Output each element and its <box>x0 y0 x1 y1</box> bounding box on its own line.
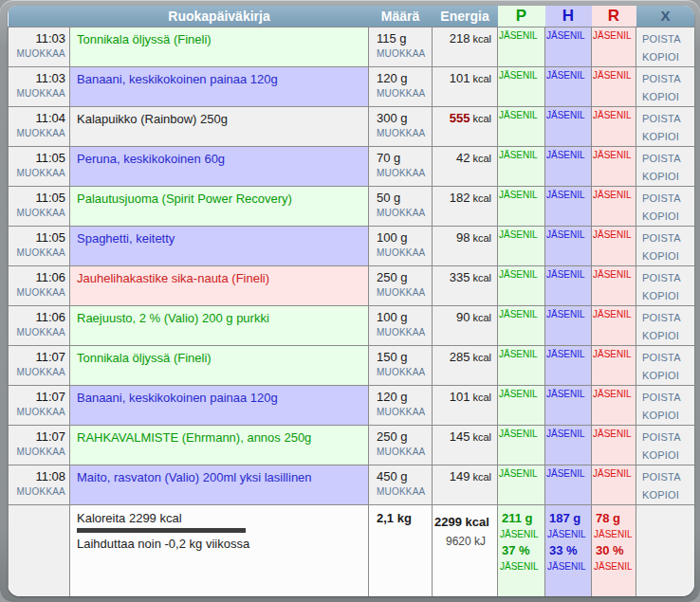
protein-members-link[interactable]: JÄSENIL <box>499 269 544 280</box>
protein-members-link[interactable]: JÄSENIL <box>499 229 544 240</box>
edit-time-link[interactable]: MUOKKAA <box>9 88 65 99</box>
edit-time-link[interactable]: MUOKKAA <box>9 367 65 377</box>
copy-link[interactable]: KOPIOI <box>642 48 694 66</box>
edit-amount-link[interactable]: MUOKKAA <box>377 247 432 258</box>
fat-members-link[interactable]: JÄSENIL <box>593 110 636 120</box>
carbs-members-link[interactable]: JÄSENIL <box>546 150 591 160</box>
fat-members-link[interactable]: JÄSENIL <box>593 269 636 280</box>
protein-members-link[interactable]: JÄSENIL <box>499 349 544 359</box>
edit-time-link[interactable]: MUOKKAA <box>9 128 65 138</box>
edit-amount-link[interactable]: MUOKKAA <box>377 88 432 99</box>
edit-amount-link[interactable]: MUOKKAA <box>377 168 432 178</box>
copy-link[interactable]: KOPIOI <box>642 407 694 425</box>
carbs-members-link[interactable]: JÄSENIL <box>546 110 591 120</box>
delete-link[interactable]: POISTA <box>642 309 694 327</box>
copy-link[interactable]: KOPIOI <box>642 367 694 385</box>
energy-column-header: Energia <box>433 6 498 27</box>
row-actions-cell: POISTAKOPIOI <box>636 146 695 186</box>
edit-time-link[interactable]: MUOKKAA <box>9 247 65 258</box>
delete-link[interactable]: POISTA <box>642 229 694 247</box>
edit-time-link[interactable]: MUOKKAA <box>9 287 65 298</box>
fat-members-link[interactable]: JÄSENIL <box>593 190 636 200</box>
delete-link[interactable]: POISTA <box>642 468 694 486</box>
edit-time-link[interactable]: MUOKKAA <box>9 486 65 497</box>
edit-time-link[interactable]: MUOKKAA <box>9 208 65 218</box>
protein-members-link[interactable]: JÄSENIL <box>499 309 544 319</box>
delete-link[interactable]: POISTA <box>642 349 694 367</box>
copy-link[interactable]: KOPIOI <box>642 287 694 305</box>
food-name: Palautusjuoma (Spirit Power Recovery) <box>70 186 369 226</box>
delete-link[interactable]: POISTA <box>642 429 694 447</box>
edit-amount-link[interactable]: MUOKKAA <box>377 447 432 457</box>
fat-members-link[interactable]: JÄSENIL <box>593 30 636 41</box>
carbs-members-link[interactable]: JÄSENIL <box>546 389 591 399</box>
delete-link[interactable]: POISTA <box>642 150 694 168</box>
protein-members-link[interactable]: JÄSENIL <box>499 429 544 439</box>
delete-link[interactable]: POISTA <box>642 190 694 208</box>
protein-members-link[interactable]: JÄSENIL <box>499 110 544 120</box>
edit-time-link[interactable]: MUOKKAA <box>9 407 65 417</box>
carbs-total-percent: 33 % <box>546 543 591 561</box>
fat-members-link[interactable]: JÄSENIL <box>593 468 636 479</box>
copy-link[interactable]: KOPIOI <box>642 486 694 504</box>
edit-amount-link[interactable]: MUOKKAA <box>377 287 432 298</box>
carbs-members-link[interactable]: JÄSENIL <box>547 529 591 539</box>
edit-time-link[interactable]: MUOKKAA <box>9 168 65 178</box>
fat-members-link[interactable]: JÄSENIL <box>593 389 636 399</box>
protein-members-link[interactable]: JÄSENIL <box>499 70 544 81</box>
carbs-members-link[interactable]: JÄSENIL <box>547 561 591 572</box>
copy-link[interactable]: KOPIOI <box>642 327 694 345</box>
delete-link[interactable]: POISTA <box>642 30 694 48</box>
protein-members-link[interactable]: JÄSENIL <box>499 150 544 160</box>
rcol-cell: JÄSENIL <box>592 465 636 504</box>
edit-amount-link[interactable]: MUOKKAA <box>377 486 432 497</box>
protein-members-link[interactable]: JÄSENIL <box>499 30 544 41</box>
edit-amount-link[interactable]: MUOKKAA <box>377 367 432 377</box>
edit-amount-link[interactable]: MUOKKAA <box>377 48 432 59</box>
protein-members-link[interactable]: JÄSENIL <box>499 389 544 399</box>
delete-link[interactable]: POISTA <box>642 269 694 287</box>
protein-members-link[interactable]: JÄSENIL <box>499 468 544 479</box>
edit-amount-link[interactable]: MUOKKAA <box>377 407 432 417</box>
delete-link[interactable]: POISTA <box>642 110 694 128</box>
edit-amount-link[interactable]: MUOKKAA <box>377 327 432 337</box>
energy-value: 555 <box>450 111 470 125</box>
fat-members-link[interactable]: JÄSENIL <box>593 309 636 319</box>
row-actions-cell: POISTAKOPIOI <box>636 465 695 504</box>
carbs-members-link[interactable]: JÄSENIL <box>546 309 591 319</box>
carbs-members-link[interactable]: JÄSENIL <box>546 70 591 81</box>
fat-members-link[interactable]: JÄSENIL <box>593 349 636 359</box>
carbs-members-link[interactable]: JÄSENIL <box>546 429 591 439</box>
fat-members-link[interactable]: JÄSENIL <box>593 429 636 439</box>
fat-members-link[interactable]: JÄSENIL <box>593 229 636 240</box>
amount-cell: 120 gMUOKKAA <box>369 385 433 425</box>
protein-members-link[interactable]: JÄSENIL <box>500 561 544 572</box>
copy-link[interactable]: KOPIOI <box>642 168 694 186</box>
fat-members-link[interactable]: JÄSENIL <box>593 70 636 81</box>
copy-link[interactable]: KOPIOI <box>642 247 694 265</box>
diary-column-header: Ruokapäiväkirja <box>70 6 369 27</box>
copy-link[interactable]: KOPIOI <box>642 447 694 465</box>
copy-link[interactable]: KOPIOI <box>642 128 694 146</box>
edit-time-link[interactable]: MUOKKAA <box>9 327 65 337</box>
summary-time-cell <box>9 504 70 596</box>
edit-amount-link[interactable]: MUOKKAA <box>377 208 432 218</box>
delete-link[interactable]: POISTA <box>642 70 694 88</box>
delete-link[interactable]: POISTA <box>642 389 694 407</box>
carbs-members-link[interactable]: JÄSENIL <box>546 468 591 479</box>
copy-link[interactable]: KOPIOI <box>642 88 694 106</box>
carbs-members-link[interactable]: JÄSENIL <box>546 190 591 200</box>
protein-members-link[interactable]: JÄSENIL <box>499 190 544 200</box>
copy-link[interactable]: KOPIOI <box>642 208 694 226</box>
fat-members-link[interactable]: JÄSENIL <box>593 150 636 160</box>
edit-time-link[interactable]: MUOKKAA <box>9 447 65 457</box>
edit-amount-link[interactable]: MUOKKAA <box>377 128 432 138</box>
carbs-members-link[interactable]: JÄSENIL <box>546 269 591 280</box>
carbs-members-link[interactable]: JÄSENIL <box>546 229 591 240</box>
edit-time-link[interactable]: MUOKKAA <box>9 48 65 59</box>
fat-members-link[interactable]: JÄSENIL <box>594 529 636 539</box>
carbs-members-link[interactable]: JÄSENIL <box>546 30 591 41</box>
carbs-members-link[interactable]: JÄSENIL <box>546 349 591 359</box>
fat-members-link[interactable]: JÄSENIL <box>594 561 636 572</box>
protein-members-link[interactable]: JÄSENIL <box>500 529 544 539</box>
